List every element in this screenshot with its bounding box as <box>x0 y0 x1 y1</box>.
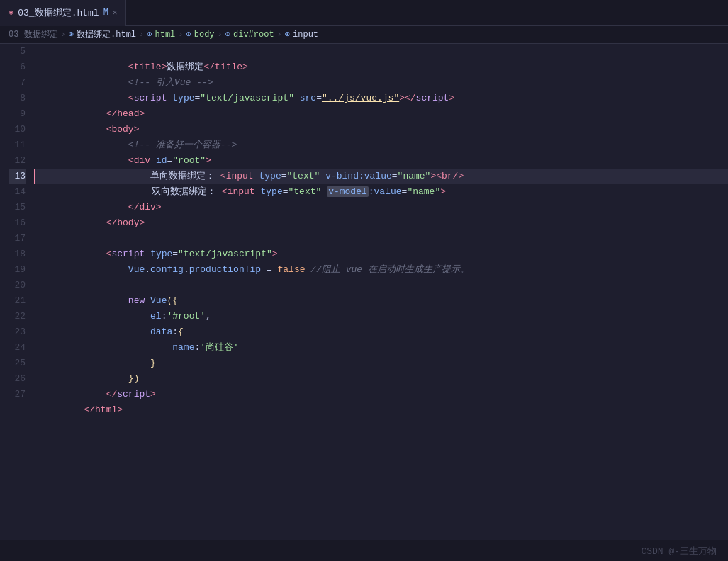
ln-24: 24 <box>9 340 26 356</box>
ln-20: 20 <box>9 278 26 293</box>
ln-14: 14 <box>9 184 26 200</box>
ln-23: 23 <box>9 324 26 340</box>
bc-folder: 03_数据绑定 <box>9 28 58 40</box>
code-line-20: new Vue({ <box>34 278 728 293</box>
ln-9: 9 <box>9 106 26 122</box>
ln-16: 16 <box>9 215 26 231</box>
ln-25: 25 <box>9 356 26 371</box>
watermark: CSDN @-三生万物 <box>641 545 717 557</box>
ln-13: 13 <box>9 169 26 184</box>
ln-21: 21 <box>9 293 26 309</box>
close-icon[interactable]: ✕ <box>113 8 118 17</box>
bc-body-tag: ⊙ <box>186 29 191 40</box>
bc-div-tag: ⊙ <box>225 29 230 40</box>
editor: 5 6 7 8 9 10 11 12 13 14 15 16 17 18 19 … <box>0 44 728 540</box>
code-container: 5 6 7 8 9 10 11 12 13 14 15 16 17 18 19 … <box>0 44 728 540</box>
breadcrumb: 03_数据绑定 › ⊙ 数据绑定.html › ⊙ html › ⊙ body … <box>0 26 728 44</box>
ln-27: 27 <box>9 387 26 402</box>
bc-html-icon: ⊙ <box>69 29 74 40</box>
status-bar: CSDN @-三生万物 <box>0 540 728 561</box>
tab-file[interactable]: ◈ 03_数据绑定.html M ✕ <box>0 0 126 26</box>
ln-12: 12 <box>9 153 26 169</box>
bc-html-tag: ⊙ <box>147 29 152 40</box>
ln-22: 22 <box>9 309 26 324</box>
tab-filename: 03_数据绑定.html <box>18 6 99 19</box>
ln-11: 11 <box>9 137 26 153</box>
code-line-5: <title>数据绑定</title> <box>34 44 728 60</box>
code-lines: <title>数据绑定</title> <!-- 引入Vue --> <scri… <box>34 44 728 540</box>
ln-15: 15 <box>9 200 26 215</box>
bc-input-tag: ⊙ <box>285 29 290 40</box>
bc-input: input <box>293 30 318 40</box>
ln-10: 10 <box>9 122 26 137</box>
bc-body: body <box>194 30 215 40</box>
tab-modified: M <box>103 8 108 18</box>
ln-5: 5 <box>9 44 26 60</box>
ln-19: 19 <box>9 262 26 278</box>
ln-8: 8 <box>9 91 26 106</box>
file-icon: ◈ <box>9 7 13 18</box>
bc-filename: 数据绑定.html <box>77 28 136 40</box>
bc-div-root: div#root <box>233 30 274 40</box>
tab-bar: ◈ 03_数据绑定.html M ✕ <box>0 0 728 26</box>
ln-17: 17 <box>9 231 26 246</box>
line-numbers: 5 6 7 8 9 10 11 12 13 14 15 16 17 18 19 … <box>0 44 34 540</box>
ln-7: 7 <box>9 75 26 91</box>
ln-26: 26 <box>9 371 26 387</box>
ln-6: 6 <box>9 60 26 75</box>
code-line-17: <script type="text/javascript"> <box>34 231 728 246</box>
bc-html: html <box>155 30 176 40</box>
ln-18: 18 <box>9 246 26 262</box>
